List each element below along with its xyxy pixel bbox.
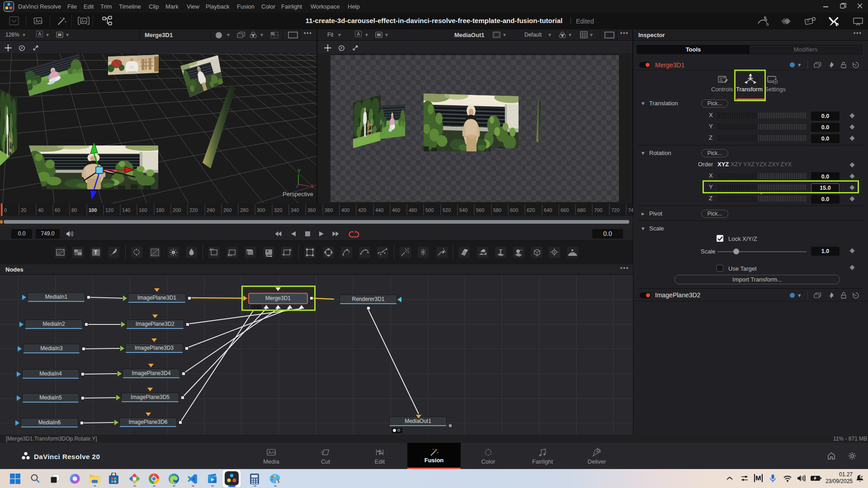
svg-text:400: 400 [341,207,349,213]
svg-text:440: 440 [375,207,383,213]
svg-text:480: 480 [409,207,417,213]
svg-text:620: 620 [527,207,535,213]
svg-text:660: 660 [561,207,569,213]
svg-text:200: 200 [173,207,181,213]
svg-text:680: 680 [577,207,585,213]
svg-text:520: 520 [443,207,451,213]
svg-text:300: 300 [257,207,265,213]
svg-text:180: 180 [156,207,164,213]
svg-text:560: 560 [476,207,484,213]
svg-text:500: 500 [425,207,434,213]
svg-text:Y: Y [297,168,301,174]
svg-text:X: X [310,183,314,189]
svg-text:T: T [499,249,502,254]
svg-text:420: 420 [358,207,366,213]
svg-text:240: 240 [207,207,215,213]
svg-text:20: 20 [21,207,26,213]
svg-text:220: 220 [189,207,198,213]
svg-text:280: 280 [240,207,248,213]
svg-text:700: 700 [594,207,602,213]
svg-text:460: 460 [392,207,400,213]
svg-text:40: 40 [38,207,43,213]
svg-text:580: 580 [493,207,501,213]
svg-text:160: 160 [139,207,147,213]
svg-text:140: 140 [122,207,130,213]
svg-text:320: 320 [274,207,282,213]
svg-text:260: 260 [223,207,231,213]
svg-text:740: 740 [628,207,633,213]
svg-text:T: T [94,249,98,256]
svg-text:380: 380 [325,207,333,213]
svg-text:540: 540 [459,207,467,213]
svg-text:720: 720 [611,207,619,213]
svg-text:340: 340 [291,207,299,213]
svg-text:60: 60 [55,207,60,213]
svg-text:80: 80 [71,207,77,213]
svg-text:Perspective: Perspective [283,191,313,197]
svg-text:0: 0 [4,207,7,213]
svg-text:360: 360 [307,207,316,213]
svg-text:640: 640 [544,207,552,213]
svg-text:120: 120 [105,207,113,213]
svg-text:100: 100 [89,207,97,213]
svg-text:600: 600 [510,207,518,213]
